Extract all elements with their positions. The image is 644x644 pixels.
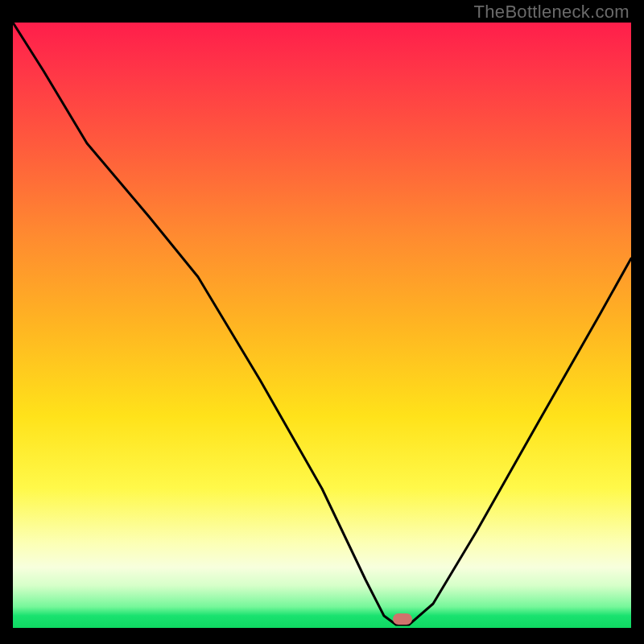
chart-frame: TheBottleneck.com [0,0,644,644]
optimum-marker [393,613,412,625]
plot-area [13,23,631,628]
watermark-text: TheBottleneck.com [474,2,630,23]
bottleneck-curve [13,23,631,625]
curve-layer [13,23,631,628]
